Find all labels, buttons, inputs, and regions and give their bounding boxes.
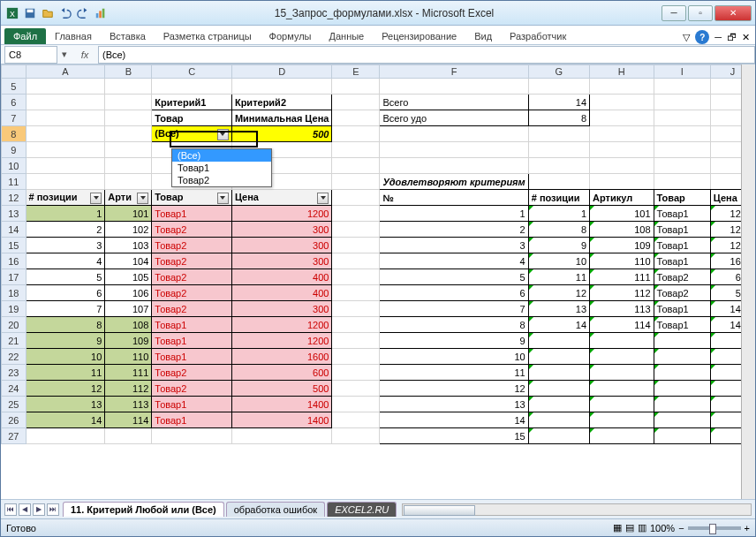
cell-I13[interactable]: Товар1 (654, 206, 710, 222)
cell-I20[interactable]: Товар1 (654, 317, 710, 333)
cell-F22[interactable]: 10 (380, 349, 528, 365)
cell-H17[interactable]: 111 (590, 269, 654, 285)
cell-A20[interactable]: 8 (26, 317, 105, 333)
cell-D12[interactable]: Цена (231, 190, 331, 206)
cell-H27[interactable] (590, 428, 654, 444)
cell-G27[interactable] (528, 428, 589, 444)
save-icon[interactable] (22, 5, 38, 21)
cell-A19[interactable]: 7 (26, 301, 105, 317)
cell-H5[interactable] (590, 79, 654, 95)
cell-G22[interactable] (528, 349, 589, 365)
cell-A6[interactable] (26, 95, 105, 110)
cell-A21[interactable]: 9 (26, 333, 105, 349)
cell-H7[interactable] (590, 110, 654, 126)
cell-G6[interactable]: 14 (528, 95, 589, 110)
col-header-C[interactable]: C (152, 65, 232, 79)
cell-B16[interactable]: 104 (105, 253, 152, 269)
cell-H9[interactable] (590, 142, 654, 158)
cell-G23[interactable] (528, 365, 589, 381)
cell-D6[interactable]: Критерий2 (231, 95, 331, 110)
cell-H23[interactable] (590, 365, 654, 381)
tab-data[interactable]: Данные (320, 28, 373, 44)
cell-G10[interactable] (528, 158, 589, 174)
col-header-E[interactable]: E (332, 65, 380, 79)
cell-C26[interactable]: Товар1 (152, 412, 232, 428)
cell-E18[interactable] (332, 285, 380, 301)
close-button[interactable]: ✕ (714, 5, 752, 21)
cell-A10[interactable] (26, 158, 105, 174)
view-normal-icon[interactable]: ▦ (613, 522, 622, 533)
cell-G9[interactable] (528, 142, 589, 158)
cell-D20[interactable]: 1200 (231, 317, 331, 333)
cell-I27[interactable] (654, 428, 710, 444)
validation-dropdown-button[interactable] (217, 129, 229, 140)
cell-G13[interactable]: 1 (528, 206, 589, 222)
cell-H16[interactable]: 110 (590, 253, 654, 269)
sheet-nav-last[interactable]: ⏭ (47, 503, 59, 516)
cell-C18[interactable]: Товар2 (152, 285, 232, 301)
dropdown-item-0[interactable]: (Все) (172, 149, 271, 162)
cell-G17[interactable]: 11 (528, 269, 589, 285)
col-header-F[interactable]: F (380, 65, 528, 79)
cell-F24[interactable]: 12 (380, 381, 528, 397)
cell-E24[interactable] (332, 381, 380, 397)
cell-H8[interactable] (590, 126, 654, 142)
cell-D19[interactable]: 300 (231, 301, 331, 317)
cell-H14[interactable]: 108 (590, 222, 654, 238)
formula-input[interactable]: (Все) (98, 46, 755, 64)
cell-E19[interactable] (332, 301, 380, 317)
cell-G15[interactable]: 9 (528, 238, 589, 253)
cell-B6[interactable] (105, 95, 152, 110)
cell-C14[interactable]: Товар2 (152, 222, 232, 238)
cell-F25[interactable]: 13 (380, 397, 528, 412)
cell-B18[interactable]: 106 (105, 285, 152, 301)
cell-F9[interactable] (380, 142, 528, 158)
row-header-5[interactable]: 5 (2, 79, 26, 95)
cell-I8[interactable] (654, 126, 710, 142)
cell-C15[interactable]: Товар2 (152, 238, 232, 253)
cell-E17[interactable] (332, 269, 380, 285)
cell-I23[interactable] (654, 365, 710, 381)
window-restore-icon[interactable]: 🗗 (727, 32, 737, 42)
cell-D18[interactable]: 400 (231, 285, 331, 301)
cell-I10[interactable] (654, 158, 710, 174)
cell-H21[interactable] (590, 333, 654, 349)
cell-C8[interactable]: (Все) (152, 126, 232, 142)
cell-A22[interactable]: 10 (26, 349, 105, 365)
cell-E16[interactable] (332, 253, 380, 269)
worksheet-area[interactable]: ABCDEFGHIJ56Критерий1Критерий2Всего147То… (1, 64, 755, 499)
cell-D5[interactable] (231, 79, 331, 95)
cell-F17[interactable]: 5 (380, 269, 528, 285)
row-header-18[interactable]: 18 (2, 285, 26, 301)
cell-I24[interactable] (654, 381, 710, 397)
row-header-16[interactable]: 16 (2, 253, 26, 269)
cell-D15[interactable]: 300 (231, 238, 331, 253)
cell-E20[interactable] (332, 317, 380, 333)
row-header-6[interactable]: 6 (2, 95, 26, 110)
cell-H24[interactable] (590, 381, 654, 397)
cell-E22[interactable] (332, 349, 380, 365)
cell-E23[interactable] (332, 365, 380, 381)
row-header-23[interactable]: 23 (2, 365, 26, 381)
cell-D16[interactable]: 300 (231, 253, 331, 269)
cell-H26[interactable] (590, 412, 654, 428)
cell-C19[interactable]: Товар2 (152, 301, 232, 317)
chart-wizard-icon[interactable] (93, 5, 109, 21)
cell-C6[interactable]: Критерий1 (152, 95, 232, 110)
cell-E14[interactable] (332, 222, 380, 238)
row-header-10[interactable]: 10 (2, 158, 26, 174)
cell-D14[interactable]: 300 (231, 222, 331, 238)
cell-I21[interactable] (654, 333, 710, 349)
cell-G19[interactable]: 13 (528, 301, 589, 317)
cell-I26[interactable] (654, 412, 710, 428)
cell-B27[interactable] (105, 428, 152, 444)
row-header-12[interactable]: 12 (2, 190, 26, 206)
col-header-D[interactable]: D (231, 65, 331, 79)
cell-C13[interactable]: Товар1 (152, 206, 232, 222)
cell-F10[interactable] (380, 158, 528, 174)
row-header-8[interactable]: 8 (2, 126, 26, 142)
window-close-icon[interactable]: ✕ (742, 32, 750, 43)
cell-F13[interactable]: 1 (380, 206, 528, 222)
cell-F5[interactable] (380, 79, 528, 95)
col-header-I[interactable]: I (654, 65, 710, 79)
